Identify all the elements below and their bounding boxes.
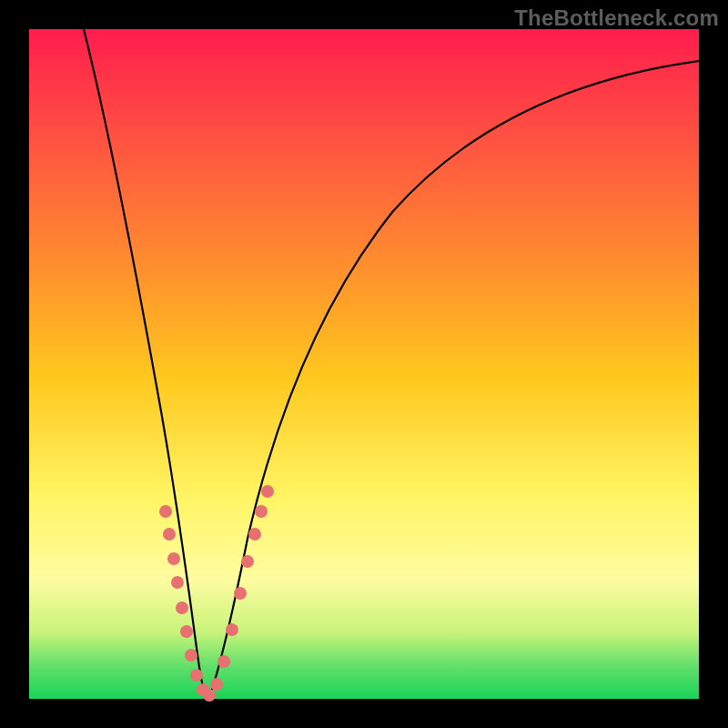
curve-layer [29,29,699,699]
marker-dot [226,623,238,636]
marker-dot [210,678,223,691]
marker-dot [159,505,172,518]
marker-dot [255,505,268,518]
marker-dot [234,587,247,600]
marker-dot [180,625,193,638]
marker-group [159,485,274,702]
marker-dot [217,655,230,668]
marker-dot [203,689,216,702]
marker-dot [190,669,203,682]
marker-dot [171,576,184,589]
plot-area [29,29,699,699]
bottleneck-curve [84,29,699,699]
marker-dot [261,485,274,498]
marker-dot [185,649,197,662]
marker-dot [248,528,261,541]
watermark-text: TheBottleneck.com [514,5,719,31]
marker-dot [163,528,176,541]
marker-dot [167,552,180,565]
marker-dot [241,555,254,568]
marker-dot [176,602,188,614]
chart-frame: TheBottleneck.com [0,0,728,728]
